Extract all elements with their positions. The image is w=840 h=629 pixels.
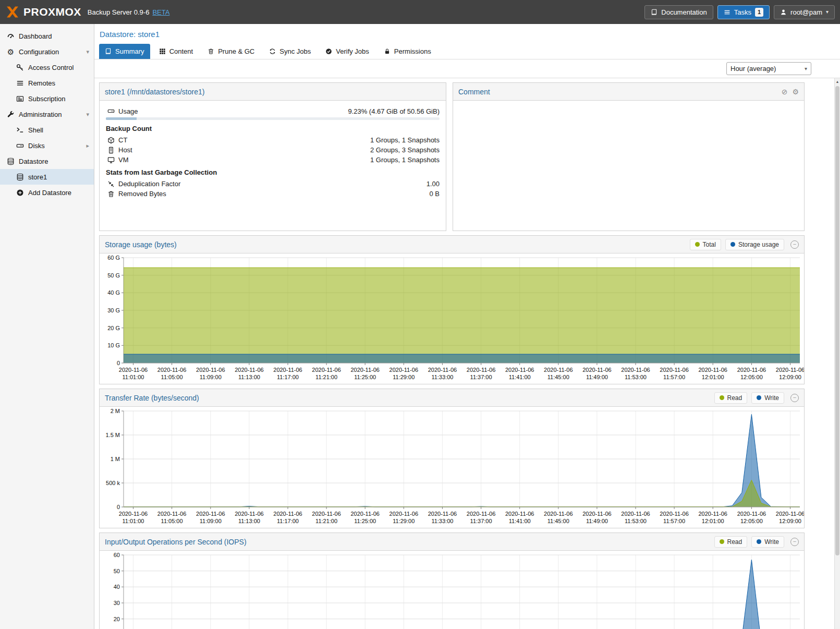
svg-text:2020-11-06: 2020-11-06: [389, 367, 418, 373]
usage-value: 9.23% (4.67 GiB of 50.56 GiB): [348, 107, 440, 115]
collapse-panel-icon[interactable]: −: [790, 538, 799, 546]
tab-content[interactable]: Content: [153, 44, 199, 59]
tasks-label: Tasks: [734, 8, 751, 16]
svg-text:60 G: 60 G: [107, 255, 120, 261]
svg-text:2020-11-06: 2020-11-06: [428, 511, 457, 517]
legend-label: Write: [764, 538, 779, 546]
svg-text:2020-11-06: 2020-11-06: [660, 367, 688, 373]
bars-icon: [15, 79, 25, 87]
comment-body[interactable]: [453, 101, 804, 110]
svg-text:11:29:00: 11:29:00: [393, 374, 415, 380]
tab-sync-jobs[interactable]: Sync Jobs: [263, 44, 316, 59]
tab-prune-gc[interactable]: Prune & GC: [202, 44, 260, 59]
legend-dot: [731, 242, 735, 247]
user-menu-button[interactable]: root@pam ▾: [774, 5, 835, 19]
legend-read[interactable]: Read: [714, 536, 748, 548]
sidebar-item-label: Subscription: [28, 95, 66, 103]
sidebar-item-dashboard[interactable]: Dashboard: [0, 28, 94, 44]
sidebar-item-subscription[interactable]: Subscription: [0, 91, 94, 106]
row-label: Deduplication Factor: [118, 180, 427, 188]
collapse-panel-icon[interactable]: −: [790, 240, 799, 249]
beta-link[interactable]: BETA: [152, 8, 169, 16]
scrollbar[interactable]: ▲: [834, 78, 840, 629]
tab-bar: Summary Content Prune & GC Sync Jobs Ver…: [94, 44, 840, 59]
svg-text:2020-11-06: 2020-11-06: [621, 367, 650, 373]
panel-header: Storage usage (bytes) Total Storage usag…: [100, 236, 804, 253]
sidebar-item-configuration[interactable]: ⚙ Configuration ▾: [0, 44, 94, 59]
trash-icon: [106, 190, 116, 198]
svg-text:30 G: 30 G: [107, 307, 120, 313]
legend-total[interactable]: Total: [690, 239, 721, 250]
svg-text:11:49:00: 11:49:00: [586, 374, 608, 380]
gear-icon[interactable]: ⚙: [792, 88, 799, 95]
usage-progress-bar: [106, 117, 440, 120]
transfer-rate-panel: Transfer Rate (bytes/second) Read Write …: [99, 389, 805, 528]
svg-text:2020-11-06: 2020-11-06: [544, 367, 573, 373]
svg-text:2020-11-06: 2020-11-06: [389, 511, 418, 517]
collapse-arrow-icon[interactable]: ▾: [86, 49, 89, 55]
sidebar-item-disks[interactable]: Disks ▸: [0, 138, 94, 153]
svg-text:2020-11-06: 2020-11-06: [737, 511, 766, 517]
tab-permissions[interactable]: Permissions: [378, 44, 437, 59]
svg-text:2020-11-06: 2020-11-06: [428, 367, 457, 373]
sidebar-item-store1[interactable]: store1: [0, 169, 94, 185]
legend-label: Total: [703, 241, 716, 248]
svg-text:2020-11-06: 2020-11-06: [776, 367, 804, 373]
tab-label: Content: [169, 47, 193, 55]
product-version: Backup Server 0.9-6: [88, 8, 150, 16]
app-header: PROXMOX Backup Server 0.9-6 BETA Documen…: [0, 0, 840, 24]
brand: PROXMOX Backup Server 0.9-6 BETA: [5, 5, 169, 19]
svg-text:2020-11-06: 2020-11-06: [273, 511, 302, 517]
svg-text:20 G: 20 G: [107, 325, 120, 331]
transfer-rate-chart: 0500 k1 M1.5 M2 M2020-11-0611:01:002020-…: [100, 407, 804, 528]
row-value: 0 B: [429, 190, 440, 198]
legend-storage-usage[interactable]: Storage usage: [725, 239, 784, 250]
clear-icon[interactable]: ⊘: [782, 88, 788, 95]
svg-text:11:17:00: 11:17:00: [277, 518, 299, 524]
sync-icon: [269, 48, 276, 55]
panel-title: Input/Output Operations per Second (IOPS…: [105, 538, 247, 546]
subscription-card-icon: [15, 95, 25, 103]
sidebar-item-remotes[interactable]: Remotes: [0, 75, 94, 91]
svg-text:11:33:00: 11:33:00: [431, 374, 453, 380]
hdd-icon: [15, 142, 25, 150]
sidebar-item-label: Shell: [28, 126, 43, 134]
row-value: 1.00: [427, 180, 440, 188]
documentation-button[interactable]: Documentation: [644, 5, 713, 19]
svg-text:40: 40: [114, 584, 120, 590]
panel-title: store1 (/mnt/datastores/store1): [105, 88, 204, 96]
svg-text:11:41:00: 11:41:00: [509, 518, 531, 524]
svg-text:60: 60: [114, 552, 120, 558]
tab-verify-jobs[interactable]: Verify Jobs: [320, 44, 375, 59]
svg-text:11:17:00: 11:17:00: [277, 374, 299, 380]
sidebar-item-add-datastore[interactable]: Add Datastore: [0, 185, 94, 200]
panel-title: Transfer Rate (bytes/second): [105, 394, 199, 402]
backup-count-row-vm: VM 1 Groups, 1 Snapshots: [106, 155, 440, 165]
tab-label: Prune & GC: [218, 47, 254, 55]
svg-text:20: 20: [114, 616, 120, 622]
svg-text:11:13:00: 11:13:00: [238, 518, 260, 524]
svg-text:12:05:00: 12:05:00: [740, 374, 763, 380]
timeframe-select[interactable]: Hour (average) ▾: [726, 62, 811, 75]
svg-text:11:41:00: 11:41:00: [509, 374, 531, 380]
tasks-button[interactable]: Tasks 1: [717, 5, 770, 19]
legend-write[interactable]: Write: [751, 536, 784, 548]
scroll-up-icon[interactable]: ▲: [835, 78, 840, 85]
sidebar-item-administration[interactable]: Administration ▾: [0, 106, 94, 122]
book-icon: [105, 48, 112, 55]
legend-write[interactable]: Write: [751, 392, 784, 404]
backup-count-title: Backup Count: [106, 125, 440, 132]
sidebar-item-access-control[interactable]: Access Control: [0, 59, 94, 75]
legend-label: Read: [727, 394, 742, 402]
svg-text:11:33:00: 11:33:00: [431, 518, 453, 524]
expand-arrow-icon[interactable]: ▸: [86, 143, 89, 149]
sidebar: Dashboard ⚙ Configuration ▾ Access Contr…: [0, 24, 94, 629]
svg-text:11:37:00: 11:37:00: [470, 518, 492, 524]
sidebar-item-datastore[interactable]: Datastore: [0, 153, 94, 169]
tab-summary[interactable]: Summary: [99, 44, 150, 59]
collapse-panel-icon[interactable]: −: [790, 394, 799, 402]
scrollbar-thumb[interactable]: [835, 86, 839, 555]
sidebar-item-shell[interactable]: Shell: [0, 122, 94, 138]
legend-read[interactable]: Read: [714, 392, 748, 404]
collapse-arrow-icon[interactable]: ▾: [86, 112, 89, 117]
